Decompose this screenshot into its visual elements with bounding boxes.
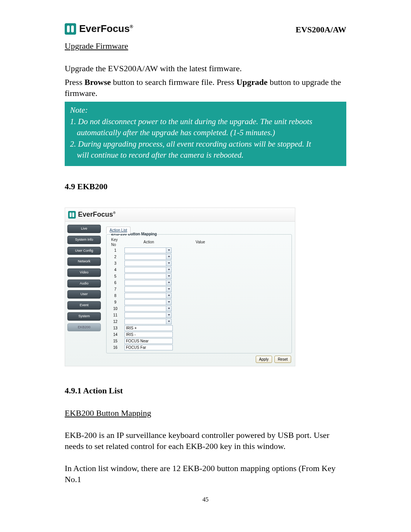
sidebar: LiveSystem InfoUser ConfigNetworkVideoAu… [65, 222, 103, 366]
document-body: Upgrade Firmware Upgrade the EVS200A/AW … [65, 41, 346, 485]
key-no: 6 [110, 280, 124, 286]
logo-icon [65, 23, 76, 35]
firmware-heading: Upgrade Firmware [65, 41, 346, 52]
table-row: 12 [110, 318, 207, 325]
action-select[interactable] [124, 254, 172, 260]
key-no: 7 [110, 286, 124, 292]
chevron-down-icon [166, 287, 171, 292]
action-select[interactable] [124, 299, 172, 305]
action-select[interactable] [124, 273, 172, 279]
brand-name: EverFocus® [79, 23, 133, 35]
sidebar-item-video[interactable]: Video [67, 268, 101, 277]
action-select[interactable] [124, 319, 172, 324]
ekb-actionlist-desc: In Action list window, there are 12 EKB-… [65, 463, 346, 485]
key-no: 9 [110, 299, 124, 305]
chevron-down-icon [166, 293, 171, 298]
chevron-down-icon [166, 267, 171, 272]
action-select[interactable] [124, 248, 172, 253]
note-2-line2: will continue to record after the camera… [70, 150, 341, 161]
note-1-line2: automatically after the upgrade has comp… [70, 127, 341, 138]
sidebar-item-system[interactable]: System [67, 312, 101, 321]
chevron-down-icon [166, 280, 171, 285]
table-row: 9 [110, 299, 207, 305]
table-row: 10 [110, 305, 207, 312]
table-row: 4 [110, 267, 207, 273]
chevron-down-icon [166, 300, 171, 305]
table-row: 1 [110, 247, 207, 254]
action-select[interactable] [124, 280, 172, 286]
app-brand: EverFocus® [78, 210, 116, 219]
chevron-down-icon [166, 319, 171, 324]
key-no: 5 [110, 273, 124, 280]
ekb200-mapping-fieldset: EKB-200 Button Mapping Key No Action Val… [106, 234, 292, 353]
key-no: 14 [110, 331, 124, 338]
table-row: 5 [110, 273, 207, 280]
key-no: 11 [110, 312, 124, 318]
key-no: 4 [110, 267, 124, 273]
action-readonly: IRIS + [124, 325, 173, 331]
sidebar-item-event[interactable]: Event [67, 301, 101, 310]
key-no: 10 [110, 305, 124, 312]
reset-button[interactable]: Reset [274, 356, 291, 363]
press-instructions: Press Browse button to search firmware f… [65, 77, 346, 99]
table-row: 7 [110, 286, 207, 292]
sidebar-item-live[interactable]: Live [67, 225, 101, 233]
action-select[interactable] [124, 286, 172, 292]
ekb-desc: EKB-200 is an IP surveillance keyboard c… [65, 430, 346, 452]
col-value: Value [173, 237, 207, 247]
brand-logo: EverFocus® [65, 23, 133, 35]
key-no: 12 [110, 318, 124, 325]
logo-icon [68, 211, 76, 219]
sidebar-item-user[interactable]: User [67, 290, 101, 299]
section-4-9: 4.9 EKB200 [65, 181, 346, 192]
action-readonly: FOCUS Far [124, 345, 173, 350]
chevron-down-icon [166, 254, 171, 259]
chevron-down-icon [166, 261, 171, 266]
table-row: 6 [110, 280, 207, 286]
tab-action-list[interactable]: Action List [106, 227, 131, 234]
app-screenshot: EverFocus® LiveSystem InfoUser ConfigNet… [65, 208, 295, 366]
table-row: 8 [110, 292, 207, 299]
sidebar-item-system-info[interactable]: System Info [67, 236, 101, 244]
table-row: 11 [110, 312, 207, 318]
key-no: 2 [110, 254, 124, 260]
sidebar-item-audio[interactable]: Audio [67, 280, 101, 288]
main-panel: Action List EKB-200 Button Mapping Key N… [103, 222, 295, 366]
table-row: 3 [110, 260, 207, 267]
key-no: 15 [110, 338, 124, 344]
action-select[interactable] [124, 306, 172, 312]
table-row: 16FOCUS Far [110, 344, 207, 351]
sidebar-item-network[interactable]: Network [67, 257, 101, 266]
action-select[interactable] [124, 312, 172, 318]
table-row: 2 [110, 254, 207, 260]
section-4-9-1: 4.9.1 Action List [65, 385, 346, 396]
apply-button[interactable]: Apply [256, 356, 272, 363]
sidebar-item-ekb200[interactable]: EKB200 [67, 323, 101, 332]
sidebar-item-user-config[interactable]: User Config [67, 247, 101, 255]
page-number: 45 [65, 496, 346, 503]
page-header: EverFocus® EVS200A/AW [65, 23, 346, 35]
note-label: Note: [70, 105, 341, 116]
col-action: Action [124, 237, 173, 247]
action-select[interactable] [124, 267, 172, 273]
app-header: EverFocus® [65, 208, 295, 222]
chevron-down-icon [166, 313, 171, 318]
mapping-table: Key No Action Value 12345678910111213IRI… [110, 237, 207, 351]
chevron-down-icon [166, 306, 171, 311]
action-readonly: FOCUS Near [124, 338, 173, 344]
key-no: 1 [110, 247, 124, 254]
key-no: 8 [110, 292, 124, 299]
key-no: 16 [110, 344, 124, 351]
action-select[interactable] [124, 293, 172, 299]
ekb-button-mapping-heading: EKB200 Button Mapping [65, 408, 346, 419]
key-no: 3 [110, 260, 124, 267]
model-id: EVS200A/AW [296, 25, 346, 35]
col-keyno: Key No [110, 237, 124, 247]
note-1-line1: 1. Do not disconnect power to the unit d… [70, 116, 341, 127]
action-select[interactable] [124, 260, 172, 266]
table-row: 13IRIS + [110, 325, 207, 331]
action-readonly: IRIS - [124, 332, 173, 337]
chevron-down-icon [166, 274, 171, 279]
key-no: 13 [110, 325, 124, 331]
chevron-down-icon [166, 248, 171, 253]
